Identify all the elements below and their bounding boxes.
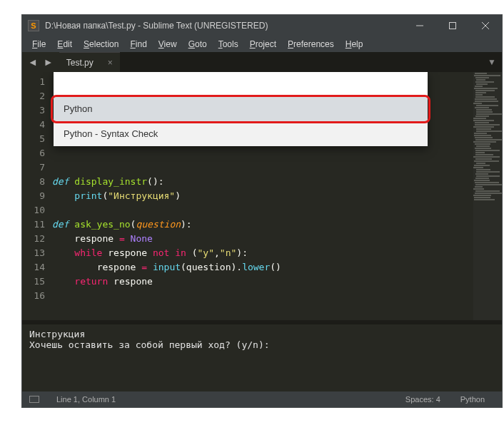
build-output-panel[interactable]: Инструкция Хочешь оставить за собой перв… <box>22 320 502 391</box>
menu-selection[interactable]: Selection <box>78 38 124 51</box>
panel-switcher-icon[interactable] <box>29 396 39 403</box>
tab-spacer <box>120 52 482 72</box>
syntax-setting[interactable]: Python <box>450 395 495 404</box>
minimize-button[interactable] <box>403 15 436 36</box>
app-icon: S <box>28 20 39 31</box>
menu-edit[interactable]: Edit <box>51 38 78 51</box>
titlebar: S D:\Новая папка\Test.py - Sublime Text … <box>22 15 502 36</box>
tab-history-forward-icon[interactable]: ► <box>42 56 55 68</box>
palette-item[interactable]: Python <box>54 96 428 121</box>
statusbar: Line 1, Column 1 Spaces: 4 Python <box>22 391 502 407</box>
minimap[interactable] <box>473 72 502 320</box>
menubar: FileEditSelectionFindViewGotoToolsProjec… <box>22 36 502 52</box>
tab-nav: ◄ ► <box>22 52 59 72</box>
menu-find[interactable]: Find <box>124 38 152 51</box>
tab-close-icon[interactable]: × <box>108 58 113 68</box>
command-palette: PythonPython - Syntax Check <box>54 72 428 146</box>
indent-setting[interactable]: Spaces: 4 <box>395 395 450 404</box>
menu-tools[interactable]: Tools <box>213 38 244 51</box>
tab-testpy[interactable]: Test.py × <box>59 52 120 72</box>
window-controls <box>403 15 502 36</box>
menu-goto[interactable]: Goto <box>183 38 213 51</box>
palette-item[interactable]: Python - Syntax Check <box>54 121 428 146</box>
menu-project[interactable]: Project <box>244 38 282 51</box>
tab-bar: ◄ ► Test.py × ▼ <box>22 52 502 72</box>
sublime-window: S D:\Новая папка\Test.py - Sublime Text … <box>21 14 503 408</box>
menu-file[interactable]: File <box>26 38 51 51</box>
maximize-button[interactable] <box>436 15 469 36</box>
close-button[interactable] <box>469 15 502 36</box>
menu-preferences[interactable]: Preferences <box>282 38 340 51</box>
tab-history-back-icon[interactable]: ◄ <box>26 56 39 68</box>
editor-area: 12345678910111213141516 def display_inst… <box>22 72 502 320</box>
cursor-position[interactable]: Line 1, Column 1 <box>46 395 126 404</box>
tab-label: Test.py <box>66 58 94 68</box>
menu-view[interactable]: View <box>153 38 183 51</box>
tab-dropdown-icon[interactable]: ▼ <box>482 52 502 72</box>
svg-rect-1 <box>450 23 456 29</box>
palette-input[interactable] <box>54 72 428 96</box>
line-gutter: 12345678910111213141516 <box>22 72 52 320</box>
menu-help[interactable]: Help <box>340 38 369 51</box>
window-title: D:\Новая папка\Test.py - Sublime Text (U… <box>45 21 403 31</box>
